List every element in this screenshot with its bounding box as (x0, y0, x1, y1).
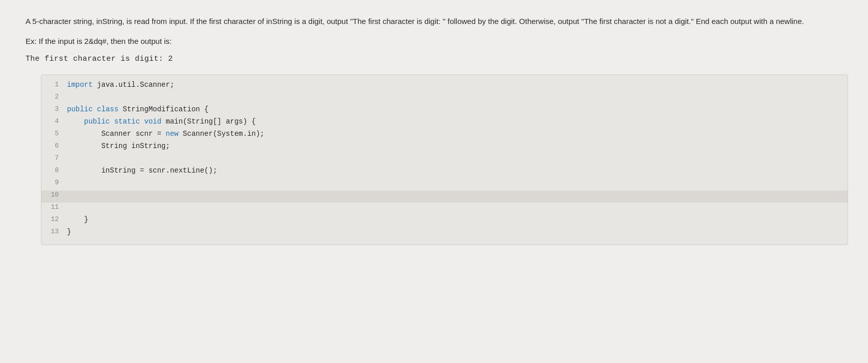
line-content-1[interactable]: import java.util.Scanner; (67, 81, 848, 89)
line-content-5[interactable]: Scanner scnr = new Scanner(System.in); (67, 130, 848, 138)
code-line-3: 3 public class StringModification { (41, 105, 848, 117)
line-number-11: 11 (41, 203, 67, 211)
line-content-13[interactable]: } (67, 228, 848, 236)
line-content-12[interactable]: } (67, 215, 848, 224)
example-output: The first character is digit: 2 (26, 55, 842, 63)
code-line-4: 4 public static void main(String[] args)… (41, 117, 848, 129)
line-number-10: 10 (41, 191, 67, 199)
code-line-7: 7 (41, 154, 848, 166)
code-editor[interactable]: 1 import java.util.Scanner; 2 3 public c… (41, 75, 848, 245)
code-line-6: 6 String inString; (41, 141, 848, 154)
line-number-3: 3 (41, 105, 67, 113)
line-number-7: 7 (41, 154, 67, 162)
code-line-13: 13 } (41, 227, 848, 239)
line-number-1: 1 (41, 81, 67, 88)
line-number-5: 5 (41, 130, 67, 137)
line-number-6: 6 (41, 142, 67, 150)
code-line-11: 11 (41, 203, 848, 215)
description-block: A 5-character string, inString, is read … (26, 15, 842, 28)
description-text: A 5-character string, inString, is read … (26, 15, 817, 28)
code-line-12: 12 } (41, 215, 848, 227)
code-line-1: 1 import java.util.Scanner; (41, 80, 848, 92)
code-line-10[interactable]: 10 (41, 190, 848, 203)
line-content-4[interactable]: public static void main(String[] args) { (67, 117, 848, 126)
code-line-5: 5 Scanner scnr = new Scanner(System.in); (41, 129, 848, 141)
line-content-3[interactable]: public class StringModification { (67, 105, 848, 113)
line-number-8: 8 (41, 166, 67, 174)
line-number-2: 2 (41, 93, 67, 101)
example-label: Ex: If the input is 2&dq#, then the outp… (26, 37, 842, 45)
line-content-8[interactable]: inString = scnr.nextLine(); (67, 166, 848, 175)
line-number-13: 13 (41, 228, 67, 235)
code-line-2: 2 (41, 92, 848, 105)
line-number-4: 4 (41, 117, 67, 125)
code-line-9: 9 (41, 178, 848, 190)
line-number-12: 12 (41, 215, 67, 223)
code-line-8: 8 inString = scnr.nextLine(); (41, 166, 848, 178)
line-number-9: 9 (41, 179, 67, 186)
line-content-6[interactable]: String inString; (67, 142, 848, 150)
